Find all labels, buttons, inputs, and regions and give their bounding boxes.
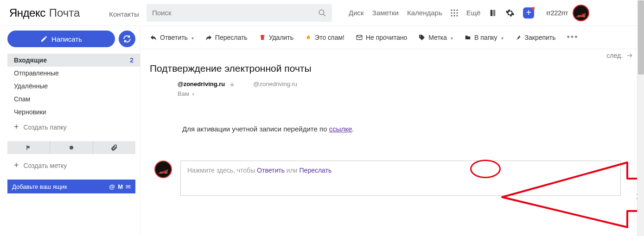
- create-tag-button[interactable]: + Создать метку: [7, 158, 140, 173]
- forward-icon: [205, 34, 212, 41]
- body-text-suffix: .: [352, 125, 354, 133]
- svg-point-13: [70, 146, 73, 149]
- svg-point-15: [420, 35, 421, 36]
- folder-inbox[interactable]: Входящие 2: [7, 54, 140, 67]
- next-mail-button[interactable]: след.: [606, 52, 634, 59]
- spam-button[interactable]: Это спам!: [305, 34, 344, 41]
- plus-icon: +: [14, 161, 19, 170]
- reply-hint-mid: или: [285, 167, 300, 174]
- svg-line-1: [323, 14, 325, 16]
- unread-button[interactable]: Не прочитано: [356, 34, 407, 41]
- create-folder-button[interactable]: + Создать папку: [7, 120, 140, 134]
- folder-drafts[interactable]: Черновики: [7, 106, 140, 118]
- reply-button[interactable]: Ответить: [150, 34, 194, 41]
- username-label[interactable]: rr222rrr: [546, 9, 568, 17]
- chevron-down-icon: [192, 90, 194, 97]
- svg-point-4: [456, 9, 458, 11]
- attachment-icon[interactable]: [93, 141, 135, 154]
- add-mailbox-label: Добавьте ваш ящик: [12, 183, 67, 190]
- folder-count: 2: [130, 56, 134, 64]
- svg-rect-12: [493, 10, 496, 16]
- label-label: Метка: [428, 34, 447, 41]
- mail-body: Для активации учетной записи перейдите п…: [150, 97, 635, 161]
- sender-secondary: @zonedriving.ru: [253, 81, 297, 87]
- forward-button[interactable]: Переслать: [205, 34, 248, 41]
- recipient-row[interactable]: Вам: [150, 90, 635, 97]
- create-folder-label: Создать папку: [24, 124, 67, 131]
- gmail-icon: M: [118, 183, 123, 190]
- quick-reply-box[interactable]: Нажмите здесь, чтобы Ответить или Пересл…: [180, 161, 621, 196]
- pin-icon: [515, 34, 522, 41]
- contacts-link[interactable]: Контакты: [109, 10, 139, 18]
- next-label: след.: [606, 52, 623, 59]
- move-button[interactable]: В папку: [464, 34, 503, 41]
- svg-point-5: [451, 12, 452, 13]
- logo-yandex[interactable]: Яндекс: [9, 6, 45, 19]
- compose-label: Написать: [51, 35, 82, 43]
- top-link-notes[interactable]: Заметки: [372, 9, 399, 17]
- quick-reply-link[interactable]: Ответить: [257, 167, 285, 174]
- dot-icon[interactable]: [50, 141, 93, 154]
- top-link-disk[interactable]: Диск: [349, 9, 364, 17]
- lock-icon: [230, 81, 235, 87]
- mailbox-provider-icons: @ M ✉: [109, 183, 131, 190]
- folder-icon: [464, 34, 472, 41]
- apps-grid-icon[interactable]: [451, 9, 458, 17]
- folder-label: Удалённые: [14, 82, 48, 90]
- folder-label: Спам: [14, 95, 30, 103]
- envelope-icon: [356, 34, 363, 41]
- unread-label: Не прочитано: [366, 34, 407, 41]
- svg-point-7: [456, 12, 458, 13]
- delete-label: Удалить: [269, 34, 293, 41]
- top-link-more[interactable]: Ещё: [466, 9, 481, 17]
- reply-label: Ответить: [160, 34, 188, 41]
- avatar-small: 🏎️: [154, 161, 172, 178]
- create-tag-label: Создать метку: [24, 162, 67, 169]
- search-input[interactable]: [152, 9, 318, 17]
- refresh-button[interactable]: [119, 31, 135, 47]
- svg-point-6: [453, 12, 455, 13]
- logo-pochta[interactable]: Почта: [49, 6, 80, 19]
- scrollbar[interactable]: [637, 0, 644, 236]
- spam-label: Это спам!: [315, 34, 344, 41]
- quick-forward-link[interactable]: Переслать: [300, 167, 332, 174]
- delete-button[interactable]: Удалить: [259, 34, 293, 41]
- svg-point-10: [456, 15, 458, 16]
- mailru-icon: ✉: [126, 183, 131, 190]
- add-button[interactable]: +: [523, 7, 534, 19]
- folder-label: Входящие: [14, 56, 47, 64]
- add-mailbox-button[interactable]: Добавьте ваш ящик @ M ✉: [7, 180, 135, 193]
- pin-label: Закрепить: [525, 34, 556, 41]
- compose-button[interactable]: Написать: [7, 31, 115, 47]
- activation-link[interactable]: ссылке: [329, 125, 352, 133]
- avatar[interactable]: 🏎️: [573, 5, 589, 21]
- top-link-calendar[interactable]: Календарь: [407, 9, 442, 17]
- caret-icon: [191, 34, 194, 41]
- caret-icon: [450, 34, 453, 41]
- caret-icon: [500, 34, 504, 41]
- reply-hint-pre: Нажмите здесь, чтобы: [187, 167, 257, 174]
- contacts-book-icon[interactable]: [489, 9, 497, 17]
- forward-label: Переслать: [215, 34, 248, 41]
- svg-point-9: [453, 15, 455, 16]
- flag-icon[interactable]: [7, 141, 50, 154]
- gear-icon[interactable]: [505, 8, 515, 18]
- search-icon[interactable]: [318, 9, 326, 17]
- pin-button[interactable]: Закрепить: [515, 34, 556, 41]
- move-label: В папку: [474, 34, 497, 41]
- plus-icon: +: [14, 122, 19, 132]
- folder-label: Отправленные: [14, 69, 59, 77]
- sender-address[interactable]: @zonedriving.ru: [178, 81, 225, 87]
- label-button[interactable]: Метка: [418, 34, 453, 41]
- svg-rect-17: [231, 84, 234, 86]
- folder-sent[interactable]: Отправленные: [7, 67, 140, 80]
- sender-row: @zonedriving.ru @zonedriving.ru: [150, 81, 635, 87]
- at-icon: @: [109, 183, 115, 190]
- reply-icon: [150, 34, 157, 41]
- more-button[interactable]: •••: [567, 32, 579, 42]
- to-label: Вам: [178, 90, 189, 97]
- folder-spam[interactable]: Спам: [7, 93, 140, 106]
- folder-trash[interactable]: Удалённые: [7, 80, 140, 93]
- scrollbar-thumb[interactable]: [638, 0, 644, 75]
- search-box[interactable]: [147, 4, 332, 22]
